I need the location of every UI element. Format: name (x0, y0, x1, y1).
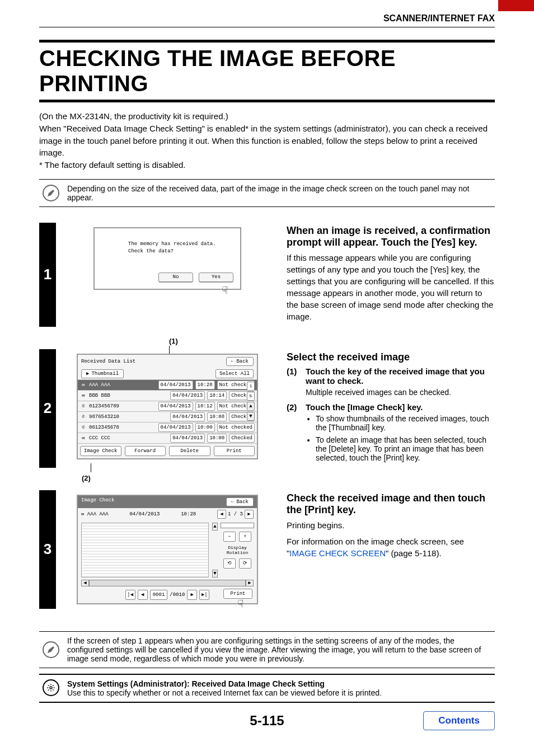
row-name: CCC CCC (89, 435, 168, 441)
rotate-left-button[interactable]: ⟲ (223, 558, 236, 569)
step-3-number: 3 (39, 490, 56, 609)
step-3-heading: Check the received image and then touch … (287, 492, 495, 516)
panel-title: Image Check (81, 497, 114, 506)
callout-1: (1) (169, 337, 178, 345)
gear-icon (43, 679, 59, 696)
row-time: 10:12 (195, 402, 215, 411)
page-number: 5-115 (250, 713, 284, 729)
first-page-button[interactable]: |◀ (125, 590, 135, 600)
note-text: Depending on the size of the received da… (67, 184, 491, 202)
list-row[interactable]: ✉CCC CCC04/04/201310:00Checked (78, 433, 257, 443)
row-name: BBB BBB (89, 393, 168, 398)
print-button[interactable]: Print (214, 446, 255, 456)
corner-accent (498, 0, 534, 11)
step-3-text-2: For information on the image check scree… (287, 536, 495, 559)
item-1-label: (1) (287, 367, 306, 386)
step-2-number: 2 (39, 349, 56, 468)
callout-2-line (91, 463, 91, 472)
sender-name: AAA AAA (87, 511, 109, 517)
intro-line-1: (On the MX-2314N, the productivity kit i… (39, 110, 495, 123)
row-time: 10:00 (207, 434, 227, 443)
scroll-down-button[interactable]: ▼ (212, 570, 218, 577)
delete-button[interactable]: Delete (169, 446, 210, 456)
row-type-icon: ✉ (80, 392, 87, 398)
step-1-text: If this message appears while you are co… (287, 252, 495, 322)
row-name: 9876543210 (89, 414, 168, 420)
back-button[interactable]: ←Back (226, 357, 254, 366)
row-name: AAA AAA (89, 382, 156, 388)
rule (39, 27, 495, 27)
row-time: 10:08 (207, 412, 227, 421)
item-1-sub: Multiple received images can be checked. (306, 388, 495, 397)
list-row[interactable]: ✆987654321004/04/201310:08Checked (78, 411, 257, 422)
prev-page-button[interactable]: ◀ (138, 590, 148, 600)
hscroll-track[interactable] (89, 580, 246, 586)
dialog-line-1: The memory has received data. (128, 241, 216, 248)
row-date: 04/04/2013 (158, 402, 193, 411)
page-current: 0001 (150, 590, 168, 600)
intro-line-3: * The factory default setting is disable… (39, 159, 495, 171)
dialog-line-2: Check the data? (128, 248, 216, 256)
sender-time: 10:28 (181, 511, 196, 517)
image-check-button[interactable]: Image Check (80, 446, 121, 456)
thumbnail-button[interactable]: ▶Thumbnail (81, 369, 124, 378)
touch-hand-icon: ☟ (222, 284, 228, 297)
list-row[interactable]: ✆012345678904/04/201310:12Not checked (78, 401, 257, 411)
zoom-out-button[interactable]: − (223, 532, 236, 542)
zoom-slider[interactable] (221, 523, 254, 528)
scroll-down-button[interactable]: ▼ (247, 412, 255, 421)
prev-image-button[interactable]: ◀ (217, 510, 226, 519)
scroll-up-button[interactable]: ▲ (247, 402, 255, 411)
contents-button[interactable]: Contents (423, 711, 495, 730)
next-image-button[interactable]: ▶ (245, 510, 254, 519)
row-status: Not checked (217, 423, 255, 432)
image-check-screen-link[interactable]: IMAGE CHECK SCREEN (289, 548, 386, 558)
row-type-icon: ✆ (80, 424, 87, 430)
row-date: 04/04/2013 (170, 391, 205, 400)
scroll-right-button[interactable]: ▶ (246, 580, 254, 586)
mail-icon: ✉ (81, 511, 84, 517)
play-icon: ▶ (86, 370, 89, 378)
row-date: 04/04/2013 (170, 434, 205, 443)
select-all-button[interactable]: Select All (216, 369, 254, 378)
item-2-bullet-2: To delete an image that has been selecte… (316, 435, 495, 462)
last-page-button[interactable]: ▶| (199, 590, 209, 600)
list-row[interactable]: ✉AAA AAA04/04/201310:28Not checked (78, 379, 257, 390)
callout-2: (2) (82, 474, 91, 482)
page-to: 5 (247, 392, 255, 401)
image-check-panel: Image Check ←Back ✉ AAA AAA 04/04/2013 1… (77, 495, 258, 604)
scroll-up-button[interactable]: ▲ (212, 523, 218, 530)
zoom-in-button[interactable]: + (239, 532, 251, 542)
list-row[interactable]: ✉BBB BBB04/04/201310:14Checked (78, 390, 257, 401)
row-type-icon: ✉ (80, 435, 87, 441)
touch-hand-icon: ☟ (237, 598, 243, 610)
panel-title: Received Data List (81, 359, 135, 364)
row-time: 10:14 (207, 391, 227, 400)
list-row[interactable]: ✆061234567804/04/201310:00Not checked (78, 422, 257, 433)
scroll-left-button[interactable]: ◀ (81, 580, 89, 586)
rotate-right-button[interactable]: ⟳ (239, 558, 251, 569)
row-time: 10:00 (195, 423, 215, 432)
note-icon (43, 185, 59, 201)
admin-title: System Settings (Administrator): Receive… (67, 679, 382, 688)
received-data-list-panel: Received Data List ←Back ▶Thumbnail Sele… (77, 354, 258, 459)
admin-text: Use this to specify whether or not a rec… (67, 688, 382, 697)
confirm-dialog: The memory has received data. Check the … (93, 227, 241, 290)
no-button[interactable]: No (158, 273, 193, 282)
row-type-icon: ✆ (80, 403, 87, 409)
section-title: SCANNER/INTERNET FAX (383, 13, 495, 24)
row-time: 10:28 (195, 381, 215, 389)
preview-area (81, 523, 209, 577)
next-page-button[interactable]: ▶ (187, 590, 197, 600)
back-arrow-icon: ← (231, 498, 234, 506)
yes-button[interactable]: Yes (199, 273, 233, 282)
row-name: 0123456789 (89, 403, 156, 409)
back-button[interactable]: ←Back (226, 497, 254, 506)
intro-line-2: When "Received Data Image Check Setting"… (39, 123, 495, 159)
display-rotation-label: Display Rotation (221, 545, 254, 555)
forward-button[interactable]: Forward (125, 446, 166, 456)
row-date: 04/04/2013 (170, 412, 205, 421)
note-icon (43, 641, 59, 658)
row-status: Checked (229, 434, 255, 443)
page-from: 1 (247, 382, 255, 391)
